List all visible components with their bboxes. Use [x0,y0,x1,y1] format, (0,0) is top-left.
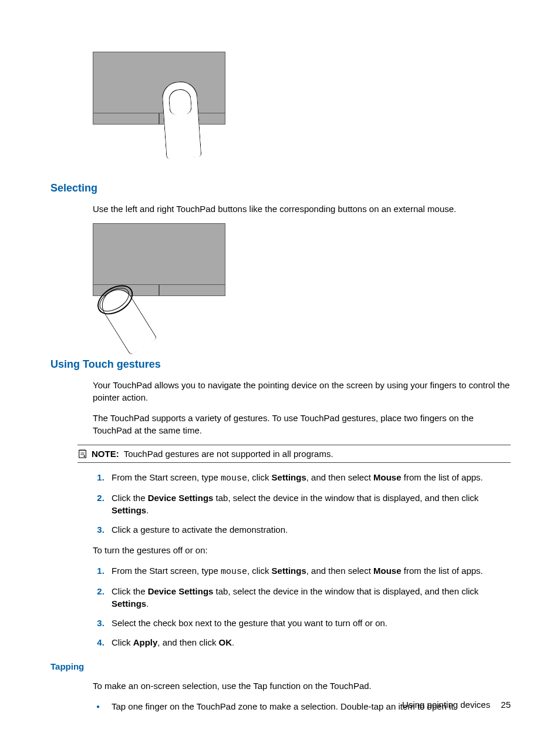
list-item: Click the Device Settings tab, select th… [107,585,511,610]
document-page: Selecting Use the left and right TouchPa… [0,0,560,746]
heading-tapping: Tapping [50,660,511,673]
list-item: Click Apply, and then click OK. [107,636,511,648]
gestures-paragraph-1: Your TouchPad allows you to navigate the… [93,379,511,404]
list-item: Click the Device Settings tab, select th… [107,492,511,516]
list-item: Click a gesture to activate the demonstr… [107,523,511,536]
heading-touch-gestures: Using Touch gestures [50,357,511,372]
list-item: From the Start screen, type mouse, click… [107,564,511,578]
footer-section: Using pointing devices [402,700,490,710]
note-icon [77,448,88,459]
touchpad-illustration-click [50,223,511,341]
page-number: 25 [501,700,511,710]
svg-rect-0 [79,451,86,458]
tapping-paragraph: To make an on-screen selection, use the … [93,680,511,692]
list-item: From the Start screen, type mouse, click… [107,471,511,485]
page-footer: Using pointing devices 25 [402,698,511,711]
heading-selecting: Selecting [50,181,511,196]
gestures-paragraph-3: To turn the gestures off or on: [93,544,511,556]
list-item: Select the check box next to the gesture… [107,617,511,629]
gestures-paragraph-2: The TouchPad supports a variety of gestu… [93,412,511,436]
note-content: NOTE:TouchPad gestures are not supported… [92,448,333,460]
touchpad-illustration-tap [50,52,511,164]
note-callout: NOTE:TouchPad gestures are not supported… [77,445,511,463]
gesture-demo-steps: From the Start screen, type mouse, click… [93,471,511,536]
note-text: TouchPad gestures are not supported in a… [124,449,333,459]
gesture-toggle-steps: From the Start screen, type mouse, click… [93,564,511,648]
selecting-paragraph: Use the left and right TouchPad buttons … [93,203,511,215]
note-label: NOTE: [92,449,119,459]
